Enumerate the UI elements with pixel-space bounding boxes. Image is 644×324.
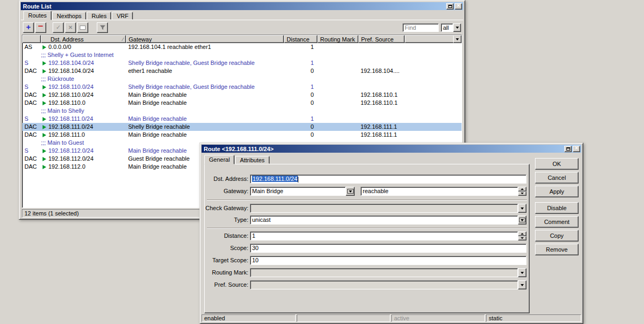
gateway-stepper[interactable] bbox=[518, 187, 526, 196]
comment-text: ;;; Rückroute bbox=[22, 75, 462, 83]
route-row[interactable]: DAC 192.168.104.0/24 ether1 reachable 0 … bbox=[22, 67, 462, 75]
comment-button[interactable]: Comment bbox=[535, 216, 579, 228]
route-routing-mark bbox=[317, 131, 358, 139]
route-gateway: Shelly Bridge reachable bbox=[126, 123, 284, 131]
route-distance: 0 bbox=[284, 91, 317, 99]
field-row-routing-mark: Routing Mark: bbox=[205, 268, 527, 277]
stepper-up-button[interactable] bbox=[518, 187, 526, 192]
route-row[interactable]: S 192.168.104.0/24 Shelly Bridge reachab… bbox=[22, 59, 462, 67]
copy-button[interactable]: Copy bbox=[535, 230, 579, 242]
route-flags: DAC bbox=[22, 131, 41, 139]
tab-nexthops[interactable]: Nexthops bbox=[52, 12, 86, 20]
stepper-down-button[interactable] bbox=[518, 192, 526, 196]
close-button[interactable]: ✕ bbox=[573, 146, 580, 152]
distance-input[interactable]: 1 bbox=[250, 231, 518, 240]
route-routing-mark bbox=[317, 91, 358, 99]
filter-scope-combo[interactable]: all bbox=[441, 23, 461, 32]
chevron-down-icon[interactable] bbox=[453, 23, 461, 32]
route-flags: DAC bbox=[22, 91, 41, 99]
close-icon: ✕ bbox=[575, 146, 579, 151]
routing-mark-dropdown-button[interactable] bbox=[518, 268, 526, 277]
filter-button[interactable] bbox=[97, 22, 108, 33]
gateway-status-input[interactable]: reachable bbox=[361, 187, 518, 196]
comment-row[interactable]: ;;; Main to Shelly bbox=[22, 107, 462, 115]
maximize-button[interactable] bbox=[564, 146, 572, 152]
text-caret bbox=[298, 177, 298, 182]
route-active-triangle-icon bbox=[43, 101, 46, 105]
column-header-routing-mark[interactable]: Routing Mark bbox=[317, 35, 358, 43]
route-pref-source: 192.168.104.... bbox=[358, 67, 405, 75]
pref-source-input[interactable] bbox=[250, 280, 518, 289]
column-select-button[interactable] bbox=[453, 35, 462, 43]
route-gateway: Main Bridge reachable bbox=[126, 91, 284, 99]
column-header-flags[interactable] bbox=[22, 35, 41, 43]
route-flags: DAC bbox=[22, 99, 41, 107]
route-row[interactable]: DAC 192.168.110.0 Main Bridge reachable … bbox=[22, 99, 462, 107]
route-dst-cell: 192.168.104.0/24 bbox=[41, 59, 126, 67]
route-row[interactable]: AS 0.0.0.0/0 192.168.104.1 reachable eth… bbox=[22, 43, 462, 51]
apply-button[interactable]: Apply bbox=[535, 186, 579, 197]
route-dialog-tabbar: General Attributes bbox=[204, 155, 270, 164]
column-header-distance[interactable]: Distance bbox=[284, 35, 317, 43]
column-header-pref-source[interactable]: Pref. Source bbox=[358, 35, 405, 43]
target-scope-input[interactable]: 10 bbox=[250, 256, 526, 265]
route-flags: S bbox=[22, 115, 41, 123]
route-dst-address: 192.168.111.0/24 bbox=[48, 115, 93, 123]
column-header-gateway[interactable]: Gateway bbox=[126, 35, 284, 43]
comment-row[interactable]: ;;; Rückroute bbox=[22, 75, 462, 83]
disable-route-button[interactable]: ✕ bbox=[65, 22, 76, 33]
find-input[interactable] bbox=[403, 23, 439, 32]
enable-route-button[interactable]: ✓ bbox=[53, 22, 64, 33]
scope-input[interactable]: 30 bbox=[250, 244, 526, 253]
route-active-triangle-icon bbox=[43, 133, 46, 137]
close-button[interactable]: ✕ bbox=[455, 3, 462, 10]
route-row[interactable]: DAC 192.168.111.0/24 Shelly Bridge reach… bbox=[22, 123, 462, 131]
route-table-header: Dst. Address ∕ Gateway Distance Routing … bbox=[22, 35, 462, 43]
add-route-button[interactable]: + bbox=[23, 22, 34, 33]
routing-mark-input[interactable] bbox=[250, 268, 518, 277]
tab-attributes[interactable]: Attributes bbox=[235, 156, 269, 164]
route-row[interactable]: DAC 192.168.110.0/24 Main Bridge reachab… bbox=[22, 91, 462, 99]
route-flags: DAC bbox=[22, 155, 41, 163]
gateway-dropdown-button[interactable] bbox=[346, 187, 355, 196]
check-gateway-dropdown-button[interactable] bbox=[518, 204, 526, 213]
tab-general[interactable]: General bbox=[204, 155, 235, 164]
remove-button[interactable]: Remove bbox=[535, 244, 579, 255]
route-active-triangle-icon bbox=[43, 149, 46, 153]
check-gateway-input[interactable] bbox=[250, 204, 518, 213]
column-header-dst-address[interactable]: Dst. Address ∕ bbox=[41, 35, 126, 43]
stepper-down-button[interactable] bbox=[518, 236, 526, 241]
sort-indicator-icon: ∕ bbox=[122, 36, 123, 42]
route-active-triangle-icon bbox=[43, 157, 46, 161]
ok-button[interactable]: OK bbox=[535, 158, 579, 170]
route-row[interactable]: S 192.168.111.0/24 Main Bridge reachable… bbox=[22, 115, 462, 123]
pref-source-dropdown-button[interactable] bbox=[518, 280, 526, 289]
disable-button[interactable]: Disable bbox=[535, 202, 579, 214]
remove-route-button[interactable]: − bbox=[35, 22, 46, 33]
comment-row[interactable]: ;;; Shelly + Guest to Internet bbox=[22, 51, 462, 59]
route-active-triangle-icon bbox=[43, 93, 46, 97]
route-pref-source: 192.168.110.1 bbox=[358, 99, 405, 107]
stepper-up-button[interactable] bbox=[518, 231, 526, 236]
type-input[interactable]: unicast bbox=[250, 215, 518, 225]
tab-routes[interactable]: Routes bbox=[23, 11, 52, 20]
distance-stepper[interactable] bbox=[518, 231, 526, 240]
route-routing-mark bbox=[317, 59, 358, 67]
comment-route-button[interactable] bbox=[77, 22, 88, 33]
tab-vrf[interactable]: VRF bbox=[112, 12, 133, 20]
route-dialog-titlebar[interactable]: Route <192.168.111.0/24> ✕ bbox=[202, 145, 581, 153]
route-row[interactable]: DAC 192.168.111.0 Main Bridge reachable … bbox=[22, 131, 462, 139]
type-dropdown-button[interactable] bbox=[518, 215, 526, 225]
tab-rules[interactable]: Rules bbox=[87, 12, 111, 20]
gateway-input[interactable]: Main Bridge bbox=[250, 187, 346, 196]
x-icon: ✕ bbox=[68, 25, 72, 30]
route-list-titlebar[interactable]: Route List ✕ bbox=[21, 2, 463, 10]
gateway-label: Gateway: bbox=[205, 187, 248, 196]
route-dst-cell: 192.168.110.0/24 bbox=[41, 83, 126, 91]
route-gateway: ether1 reachable bbox=[126, 67, 284, 75]
cancel-button[interactable]: Cancel bbox=[535, 172, 579, 184]
filter-scope-value: all bbox=[441, 23, 453, 32]
dst-address-input[interactable]: 192.168.111.0/24 bbox=[250, 175, 526, 184]
route-row[interactable]: S 192.168.110.0/24 Shelly Bridge reachab… bbox=[22, 83, 462, 91]
maximize-button[interactable] bbox=[446, 3, 454, 10]
